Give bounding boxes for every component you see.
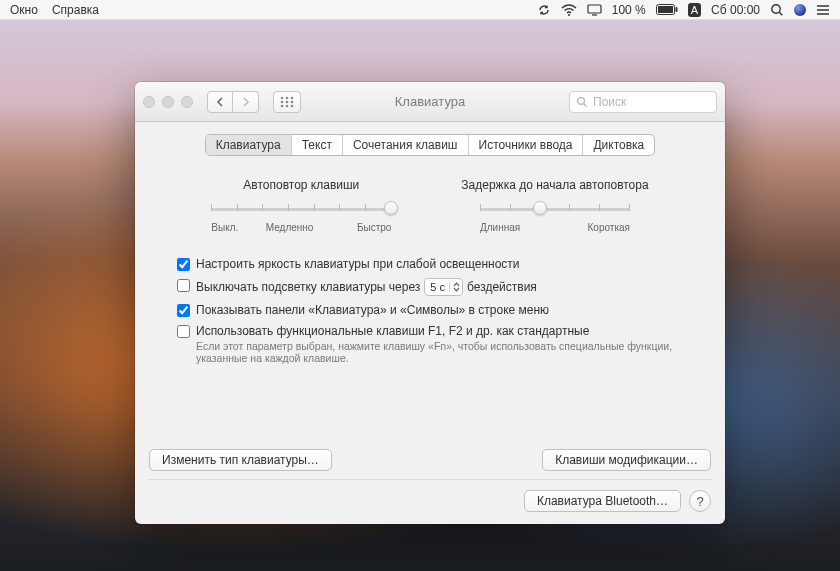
back-button[interactable] — [207, 91, 233, 113]
search-icon — [576, 96, 588, 108]
tab-shortcuts[interactable]: Сочетания клавиш — [343, 135, 469, 155]
key-repeat-slider[interactable] — [211, 200, 391, 218]
checkbox-auto-brightness[interactable] — [177, 258, 190, 271]
svg-point-10 — [286, 100, 289, 103]
menu-window[interactable]: Окно — [10, 3, 38, 17]
backlight-timeout-stepper[interactable]: 5 с — [424, 278, 463, 296]
option-fn-keys-label: Использовать функциональные клавиши F1, … — [196, 324, 676, 338]
help-button[interactable]: ? — [689, 490, 711, 512]
option-show-panels-label: Показывать панели «Клавиатура» и «Символ… — [196, 303, 549, 317]
wifi-icon[interactable] — [561, 0, 577, 20]
option-backlight-off-pre: Выключать подсветку клавиатуры через — [196, 280, 420, 294]
checkbox-backlight-off[interactable] — [177, 279, 190, 292]
tab-dictation[interactable]: Диктовка — [583, 135, 654, 155]
slider1-label-off: Выкл. — [211, 222, 238, 233]
option-backlight-off-post: бездействия — [467, 280, 537, 294]
svg-rect-3 — [658, 6, 673, 13]
svg-point-14 — [291, 104, 294, 107]
notification-center-icon[interactable] — [816, 0, 830, 20]
option-backlight-off: Выключать подсветку клавиатуры через 5 с… — [177, 278, 701, 296]
svg-rect-1 — [588, 5, 601, 13]
checkbox-fn-keys[interactable] — [177, 325, 190, 338]
tab-text[interactable]: Текст — [292, 135, 343, 155]
spotlight-icon[interactable] — [770, 0, 784, 20]
svg-point-0 — [568, 14, 570, 16]
tabs: Клавиатура Текст Сочетания клавиш Источн… — [205, 134, 656, 156]
nav-back-forward — [207, 91, 259, 113]
key-repeat-slider-block: Автоповтор клавиши Выкл. Медленно Быстро — [211, 178, 391, 233]
slider2-label-short: Короткая — [588, 222, 630, 233]
display-icon[interactable] — [587, 0, 602, 20]
forward-button[interactable] — [233, 91, 259, 113]
modifier-keys-button[interactable]: Клавиши модификации… — [542, 449, 711, 471]
option-fn-keys: Использовать функциональные клавиши F1, … — [177, 324, 701, 364]
traffic-lights — [143, 96, 193, 108]
delay-slider-block: Задержка до начала автоповтора Длинная К… — [461, 178, 648, 233]
slider2-label-long: Длинная — [480, 222, 520, 233]
svg-point-15 — [578, 97, 585, 104]
svg-point-5 — [772, 4, 780, 12]
option-show-menubar-panels[interactable]: Показывать панели «Клавиатура» и «Символ… — [177, 303, 701, 317]
search-field[interactable]: Поиск — [569, 91, 717, 113]
battery-percent[interactable]: 100 % — [612, 3, 646, 17]
svg-point-8 — [291, 96, 294, 99]
titlebar: Клавиатура Поиск — [135, 82, 725, 122]
option-auto-brightness-label: Настроить яркость клавиатуры при слабой … — [196, 257, 520, 271]
mac-menubar: Окно Справка 100 % А Сб 00:00 — [0, 0, 840, 20]
backlight-timeout-value: 5 с — [430, 281, 449, 293]
bluetooth-keyboard-button[interactable]: Клавиатура Bluetooth… — [524, 490, 681, 512]
search-placeholder: Поиск — [593, 95, 626, 109]
tab-input-sources[interactable]: Источники ввода — [469, 135, 584, 155]
delay-slider[interactable] — [480, 200, 630, 218]
change-keyboard-type-button[interactable]: Изменить тип клавиатуры… — [149, 449, 332, 471]
sync-icon[interactable] — [537, 0, 551, 20]
checkbox-show-panels[interactable] — [177, 304, 190, 317]
tab-keyboard[interactable]: Клавиатура — [206, 135, 292, 155]
svg-point-6 — [281, 96, 284, 99]
option-auto-brightness[interactable]: Настроить яркость клавиатуры при слабой … — [177, 257, 701, 271]
svg-point-11 — [291, 100, 294, 103]
zoom-button[interactable] — [181, 96, 193, 108]
option-fn-keys-hint: Если этот параметр выбран, нажмите клави… — [196, 340, 676, 364]
svg-rect-4 — [675, 7, 677, 12]
menu-help[interactable]: Справка — [52, 3, 99, 17]
siri-icon[interactable] — [794, 0, 806, 20]
stepper-down-icon[interactable] — [453, 287, 460, 292]
svg-point-7 — [286, 96, 289, 99]
input-source-badge[interactable]: А — [688, 3, 701, 17]
slider1-label-slow: Медленно — [266, 222, 314, 233]
svg-point-13 — [286, 104, 289, 107]
close-button[interactable] — [143, 96, 155, 108]
battery-icon[interactable] — [656, 0, 678, 20]
slider1-label-fast: Быстро — [357, 222, 391, 233]
preferences-window: Клавиатура Поиск Клавиатура Текст Сочета… — [135, 82, 725, 524]
svg-point-9 — [281, 100, 284, 103]
key-repeat-title: Автоповтор клавиши — [243, 178, 359, 192]
clock[interactable]: Сб 00:00 — [711, 3, 760, 17]
show-all-button[interactable] — [273, 91, 301, 113]
minimize-button[interactable] — [162, 96, 174, 108]
delay-title: Задержка до начала автоповтора — [461, 178, 648, 192]
svg-point-12 — [281, 104, 284, 107]
